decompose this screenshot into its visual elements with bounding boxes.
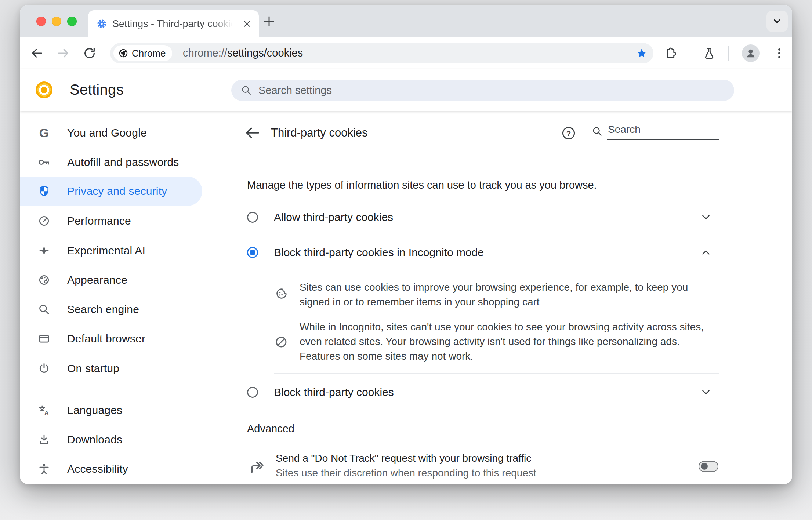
sidebar-item-appearance[interactable]: Appearance bbox=[20, 265, 202, 295]
do-not-track-row[interactable]: Send a "Do Not Track" request with your … bbox=[276, 451, 536, 480]
browser-window: Settings - Third-party cookies bbox=[20, 5, 792, 484]
magnifier-icon bbox=[38, 303, 50, 316]
svg-text:?: ? bbox=[566, 129, 571, 138]
key-icon bbox=[38, 156, 50, 168]
page-search-field[interactable] bbox=[592, 123, 719, 140]
google-g-icon: G bbox=[38, 127, 50, 139]
sidebar-item-autofill[interactable]: Autofill and passwords bbox=[20, 148, 202, 177]
close-tab-icon[interactable] bbox=[243, 19, 251, 28]
sidebar-item-privacy-and-security[interactable]: Privacy and security bbox=[20, 177, 202, 206]
dnt-toggle[interactable] bbox=[699, 461, 718, 472]
translate-icon: A bbox=[38, 404, 50, 417]
list-divider bbox=[274, 373, 719, 374]
desktop-background: Settings - Third-party cookies bbox=[0, 0, 812, 520]
intro-text: Manage the types of information sites ca… bbox=[247, 179, 597, 191]
accessibility-icon bbox=[38, 463, 50, 475]
sidebar-item-languages[interactable]: A Languages bbox=[20, 396, 202, 425]
address-bar[interactable]: Chrome chrome://settings/cookies bbox=[110, 43, 653, 63]
sparkle-icon bbox=[38, 244, 50, 257]
sidebar-section-divider bbox=[20, 389, 226, 389]
settings-title: Settings bbox=[70, 69, 124, 110]
chrome-site-chip[interactable]: Chrome bbox=[113, 45, 172, 61]
browser-menu-icon[interactable] bbox=[773, 47, 786, 60]
sidebar-item-performance[interactable]: Performance bbox=[20, 206, 202, 236]
do-not-track-arrow-icon bbox=[249, 459, 264, 474]
cookies-settings-panel: Third-party cookies ? Manage the types o… bbox=[231, 111, 731, 484]
search-icon bbox=[241, 85, 252, 96]
speedometer-icon bbox=[38, 215, 50, 227]
tab-search-button[interactable] bbox=[766, 11, 788, 32]
radio-allow-third-party-cookies[interactable] bbox=[247, 212, 258, 223]
settings-sidebar: G You and Google Autofill and passwords bbox=[20, 111, 231, 484]
url-text: chrome://settings/cookies bbox=[183, 43, 303, 63]
search-icon bbox=[592, 126, 603, 137]
settings-gear-favicon-icon bbox=[96, 18, 107, 29]
download-icon bbox=[38, 433, 50, 446]
chevron-up-icon[interactable] bbox=[700, 247, 711, 258]
back-button[interactable] bbox=[30, 47, 44, 60]
cookie-icon bbox=[275, 287, 288, 300]
search-settings-input[interactable] bbox=[258, 84, 589, 97]
incognito-detail-2: While in Incognito, sites can't use your… bbox=[300, 320, 714, 364]
dnt-title: Send a "Do Not Track" request with your … bbox=[276, 451, 536, 466]
profile-avatar[interactable] bbox=[742, 44, 760, 62]
power-icon bbox=[38, 362, 50, 375]
tab-title: Settings - Third-party cookies bbox=[112, 10, 235, 37]
chrome-canary-logo bbox=[36, 81, 52, 98]
browser-window-icon bbox=[38, 332, 50, 345]
radio-block-third-party-cookies[interactable] bbox=[247, 387, 258, 398]
sidebar-item-accessibility[interactable]: Accessibility bbox=[20, 454, 202, 484]
browser-toolbar: Chrome chrome://settings/cookies bbox=[20, 37, 792, 69]
row-divider bbox=[693, 239, 693, 266]
option-block-third-party-cookies[interactable]: Block third-party cookies bbox=[247, 374, 719, 411]
settings-content: G You and Google Autofill and passwords bbox=[20, 111, 792, 484]
row-divider bbox=[693, 202, 693, 232]
shield-icon bbox=[38, 185, 50, 197]
chevron-down-icon[interactable] bbox=[700, 387, 711, 398]
chip-label: Chrome bbox=[132, 48, 166, 59]
minimize-window-button[interactable] bbox=[52, 17, 61, 26]
tab-strip: Settings - Third-party cookies bbox=[20, 5, 792, 37]
page-search-input[interactable] bbox=[607, 123, 719, 140]
content-right-divider bbox=[731, 111, 731, 484]
labs-flask-icon[interactable] bbox=[703, 47, 716, 60]
sidebar-item-default-browser[interactable]: Default browser bbox=[20, 324, 202, 353]
reload-button[interactable] bbox=[83, 47, 96, 60]
sidebar-item-downloads[interactable]: Downloads bbox=[20, 425, 202, 454]
bookmark-star-icon[interactable] bbox=[636, 48, 647, 59]
blocked-icon bbox=[275, 335, 288, 349]
extensions-puzzle-icon[interactable] bbox=[663, 47, 677, 60]
forward-button[interactable] bbox=[57, 47, 70, 60]
radio-block-incognito[interactable] bbox=[247, 247, 258, 258]
toggle-knob bbox=[701, 463, 708, 470]
list-divider bbox=[274, 237, 719, 237]
palette-icon bbox=[38, 274, 50, 286]
chevron-down-icon[interactable] bbox=[700, 212, 711, 223]
sidebar-item-on-startup[interactable]: On startup bbox=[20, 354, 202, 383]
dnt-subtitle: Sites use their discretion when respondi… bbox=[276, 466, 536, 480]
page-title: Third-party cookies bbox=[271, 125, 368, 141]
new-tab-button[interactable] bbox=[262, 15, 276, 28]
incognito-detail-1: Sites can use cookies to improve your br… bbox=[300, 280, 714, 309]
zoom-window-button[interactable] bbox=[67, 17, 77, 26]
toolbar-divider bbox=[728, 46, 729, 61]
back-arrow-icon[interactable] bbox=[245, 125, 260, 141]
close-window-button[interactable] bbox=[36, 17, 46, 26]
sidebar-item-experimental-ai[interactable]: Experimental AI bbox=[20, 236, 202, 265]
tab-settings[interactable]: Settings - Third-party cookies bbox=[88, 10, 259, 37]
svg-text:A: A bbox=[44, 410, 49, 416]
toolbar-divider bbox=[689, 46, 689, 61]
advanced-section-heading: Advanced bbox=[247, 423, 294, 435]
settings-header: Settings bbox=[20, 69, 792, 111]
help-question-icon[interactable]: ? bbox=[561, 126, 576, 141]
chrome-logo-icon bbox=[118, 48, 128, 58]
option-allow-third-party-cookies[interactable]: Allow third-party cookies bbox=[247, 198, 719, 237]
sidebar-item-you-and-google[interactable]: G You and Google bbox=[20, 118, 202, 148]
row-divider bbox=[693, 378, 693, 407]
sidebar-item-search-engine[interactable]: Search engine bbox=[20, 295, 202, 324]
search-settings-field[interactable] bbox=[231, 80, 734, 101]
option-block-incognito[interactable]: Block third-party cookies in Incognito m… bbox=[247, 237, 719, 268]
